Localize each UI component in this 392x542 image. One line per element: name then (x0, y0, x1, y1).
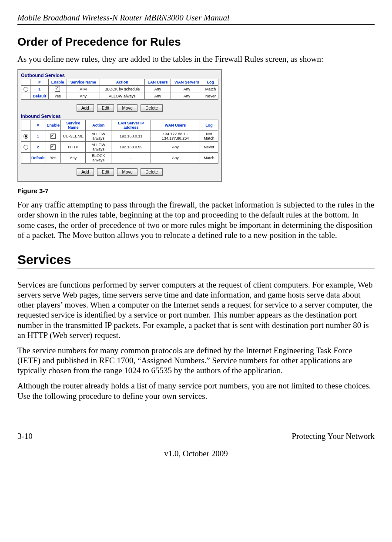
outbound-button-row: Add Edit Move Delete (21, 102, 218, 112)
section-heading-services: Services (17, 252, 375, 267)
delete-button[interactable]: Delete (141, 168, 163, 176)
move-button[interactable]: Move (117, 168, 137, 176)
add-button[interactable]: Add (77, 168, 94, 176)
row-log: Never (200, 142, 218, 153)
row-default-label: Default (30, 153, 46, 164)
row-log: Match (200, 153, 218, 164)
footer-version: v1.0, October 2009 (17, 449, 375, 458)
header-rule (17, 24, 375, 25)
col-wan: WAN Servers (171, 79, 203, 86)
row-lan: Any (144, 86, 171, 93)
col-wan: WAN Users (151, 120, 200, 131)
col-lan: LAN Users (144, 79, 171, 86)
row-num-link[interactable]: 2 (30, 142, 46, 153)
row-service: HTTP (61, 142, 86, 153)
move-button[interactable]: Move (117, 104, 137, 112)
row-default-label: Default (30, 93, 49, 100)
edit-button[interactable]: Edit (97, 104, 114, 112)
row-action: ALLOW always (86, 142, 111, 153)
row-num-link[interactable]: 1 (30, 131, 46, 142)
row-lan: Any (144, 93, 171, 100)
doc-header-title: Mobile Broadband Wireless-N Router MBRN3… (17, 13, 375, 23)
inbound-table: # Enable Service Name Action LAN Server … (21, 120, 218, 164)
footer-chapter: Protecting Your Network (291, 432, 375, 441)
inbound-services-label: Inbound Services (21, 114, 218, 119)
row-wan: Any (171, 93, 203, 100)
row-enable-text: Yes (46, 153, 61, 164)
row-service: Any (67, 93, 100, 100)
paragraph-intro: As you define new rules, they are added … (17, 54, 375, 64)
inbound-button-row: Add Edit Move Delete (21, 166, 218, 176)
row-enable-checkbox[interactable] (50, 134, 56, 139)
figure-caption: Figure 3-7 (17, 187, 375, 194)
subheading-order-precedence: Order of Precedence for Rules (17, 35, 375, 49)
row-action: ALLOW always (86, 131, 111, 142)
table-row: 1 AIM BLOCK by schedule Any Any Match (21, 86, 218, 93)
paragraph-precedence: For any traffic attempting to pass throu… (17, 200, 375, 240)
table-row: Default Yes Any ALLOW always Any Any Nev… (21, 93, 218, 100)
col-enable: Enable (49, 79, 67, 86)
add-button[interactable]: Add (77, 104, 94, 112)
paragraph-services-2: The service numbers for many common prot… (17, 345, 375, 376)
row-action: BLOCK by schedule (100, 86, 144, 93)
paragraph-services-1: Services are functions performed by serv… (17, 280, 375, 340)
row-lanip: 192.168.0.99 (111, 142, 151, 153)
table-row: 2 HTTP ALLOW always 192.168.0.99 Any Nev… (21, 142, 218, 153)
section-rule (17, 268, 375, 268)
row-num-link[interactable]: 1 (30, 86, 49, 93)
col-num: # (30, 79, 49, 86)
inbound-header-row: # Enable Service Name Action LAN Server … (21, 120, 218, 131)
row-log: Not Match (200, 131, 218, 142)
row-action: BLOCK always (86, 153, 111, 164)
row-enable-text: Yes (49, 93, 67, 100)
row-service: CU-SEEME (61, 131, 86, 142)
outbound-services-label: Outbound Services (21, 73, 218, 78)
row-wan: 134.177.88.1 - 134.177.88.254 (151, 131, 200, 142)
col-lanip: LAN Server IP address (111, 120, 151, 131)
row-log: Never (203, 93, 218, 100)
outbound-header-row: # Enable Service Name Action LAN Users W… (21, 79, 218, 86)
firewall-rules-figure: Outbound Services # Enable Service Name … (17, 69, 222, 182)
page-number: 3-10 (17, 432, 33, 441)
col-service: Service Name (67, 79, 100, 86)
row-service: Any (61, 153, 86, 164)
row-enable-checkbox[interactable] (50, 144, 56, 150)
col-log: Log (200, 120, 218, 131)
row-radio[interactable] (23, 145, 28, 150)
page-footer: 3-10 Protecting Your Network (17, 432, 375, 441)
table-row: Default Yes Any BLOCK always -- Any Matc… (21, 153, 218, 164)
row-log: Match (203, 86, 218, 93)
row-lanip: -- (111, 153, 151, 164)
col-enable: Enable (46, 120, 61, 131)
col-log: Log (203, 79, 218, 86)
row-lanip: 192.168.0.11 (111, 131, 151, 142)
table-row: 1 CU-SEEME ALLOW always 192.168.0.11 134… (21, 131, 218, 142)
row-wan: Any (151, 153, 200, 164)
row-wan: Any (171, 86, 203, 93)
delete-button[interactable]: Delete (141, 104, 163, 112)
col-action: Action (86, 120, 111, 131)
row-enable-checkbox[interactable] (55, 87, 60, 92)
col-action: Action (100, 79, 144, 86)
edit-button[interactable]: Edit (97, 168, 114, 176)
outbound-table: # Enable Service Name Action LAN Users W… (21, 79, 218, 100)
row-radio[interactable] (23, 134, 28, 139)
row-action: ALLOW always (100, 93, 144, 100)
col-num: # (30, 120, 46, 131)
paragraph-services-3: Although the router already holds a list… (17, 381, 375, 401)
row-wan: Any (151, 142, 200, 153)
row-service: AIM (67, 86, 100, 93)
col-service: Service Name (61, 120, 86, 131)
row-radio[interactable] (23, 87, 28, 92)
